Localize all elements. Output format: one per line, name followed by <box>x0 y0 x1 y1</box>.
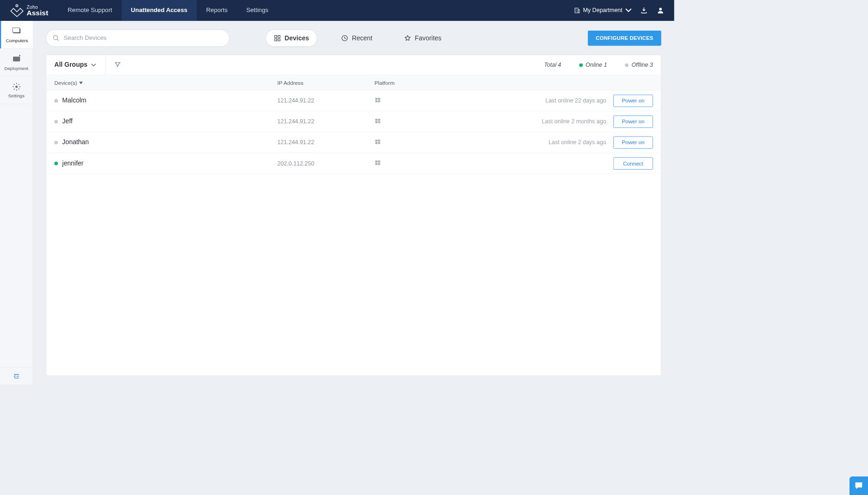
device-platform <box>375 139 447 146</box>
svg-rect-26 <box>375 140 377 141</box>
stat-online: Online 1 <box>579 62 607 68</box>
svg-rect-25 <box>378 121 380 123</box>
status-dot <box>54 99 58 102</box>
svg-rect-22 <box>375 119 377 121</box>
device-ip: 121.244.91.22 <box>277 118 375 125</box>
star-icon <box>404 35 411 42</box>
device-platform <box>375 159 447 167</box>
device-name: Malcolm <box>54 97 277 104</box>
sidebar-item-settings[interactable]: Settings <box>0 76 33 104</box>
device-action: Connect <box>613 157 653 169</box>
svg-point-10 <box>15 86 18 88</box>
nav-unattended-access[interactable]: Unattended Access <box>121 0 196 21</box>
svg-rect-31 <box>378 160 380 162</box>
svg-rect-15 <box>275 39 277 41</box>
chat-widget[interactable] <box>849 476 868 495</box>
table-row[interactable]: Jonathan 121.244.91.22 Last online 2 day… <box>46 132 661 153</box>
table-header: Device(s) IP Address Platform <box>46 75 661 90</box>
chevron-down-icon <box>91 63 96 68</box>
download-button[interactable] <box>640 6 648 15</box>
svg-rect-29 <box>378 142 380 144</box>
clock-icon <box>341 35 348 42</box>
device-ip: 202.0.112.250 <box>277 160 375 166</box>
search-box <box>46 30 229 47</box>
filter-button[interactable] <box>106 61 129 69</box>
tab-favorites[interactable]: Favorites <box>396 30 449 47</box>
svg-rect-24 <box>375 121 377 123</box>
table-body: Malcolm 121.244.91.22 Last online 22 day… <box>46 90 661 174</box>
chat-icon <box>854 481 864 491</box>
device-action: Power on <box>613 115 653 127</box>
top-nav: Zoho Assist Remote Support Unattended Ac… <box>0 0 674 21</box>
status-dot <box>54 120 58 123</box>
svg-point-11 <box>53 36 57 40</box>
windows-icon <box>375 159 381 166</box>
logo-brand-bottom: Assist <box>26 9 48 17</box>
assist-logo-icon <box>10 4 24 18</box>
svg-rect-9 <box>13 57 20 61</box>
svg-rect-8 <box>13 28 19 32</box>
svg-rect-30 <box>375 160 377 162</box>
svg-rect-23 <box>378 119 380 121</box>
stat-offline: Offline 3 <box>625 62 653 68</box>
toolbar: Devices Recent Favorites CONFIGURE DEVIC… <box>46 30 661 47</box>
status-dot <box>54 140 58 144</box>
power-on-button[interactable]: Power on <box>613 136 653 148</box>
gear-icon <box>12 82 21 91</box>
windows-icon <box>375 139 381 145</box>
tab-label: Favorites <box>415 34 442 42</box>
department-dropdown[interactable]: My Department <box>574 7 632 14</box>
tab-devices[interactable]: Devices <box>265 30 317 47</box>
device-last-online: Last online 22 days ago <box>447 97 613 104</box>
svg-rect-21 <box>378 101 380 102</box>
chevron-down-icon <box>625 7 632 14</box>
stat-total: Total 4 <box>544 62 561 68</box>
table-row[interactable]: Jeff 121.244.91.22 Last online 2 months … <box>46 111 661 132</box>
windows-icon <box>375 118 381 124</box>
table-row[interactable]: jennifer 202.0.112.250 Connect <box>46 153 661 174</box>
grid-icon <box>274 35 281 42</box>
main: Devices Recent Favorites CONFIGURE DEVIC… <box>33 21 674 384</box>
configure-devices-button[interactable]: CONFIGURE DEVICES <box>588 31 661 46</box>
collapse-sidebar-button[interactable] <box>0 367 33 384</box>
sidebar-item-computers[interactable]: Computers <box>0 21 33 49</box>
svg-rect-1 <box>575 8 578 13</box>
groups-dropdown[interactable]: All Groups <box>54 55 106 75</box>
device-name: Jonathan <box>54 139 277 146</box>
tab-recent[interactable]: Recent <box>333 30 380 47</box>
power-on-button[interactable]: Power on <box>613 95 653 107</box>
sort-icon <box>79 81 83 84</box>
power-on-button[interactable]: Power on <box>613 115 653 127</box>
device-platform <box>375 118 447 125</box>
tab-label: Devices <box>284 34 309 42</box>
nav-links: Remote Support Unattended Access Reports… <box>58 0 278 21</box>
tab-label: Recent <box>352 34 372 42</box>
svg-rect-2 <box>578 10 579 13</box>
logo[interactable]: Zoho Assist <box>0 0 58 21</box>
device-name: Jeff <box>54 118 277 125</box>
deployment-icon <box>12 54 21 63</box>
nav-settings[interactable]: Settings <box>237 0 277 21</box>
col-ip: IP Address <box>277 80 375 86</box>
connect-button[interactable]: Connect <box>613 157 653 169</box>
filter-icon <box>114 61 121 68</box>
device-ip: 121.244.91.22 <box>277 139 375 146</box>
nav-reports[interactable]: Reports <box>197 0 237 21</box>
device-ip: 121.244.91.22 <box>277 97 375 104</box>
col-devices[interactable]: Device(s) <box>54 80 277 86</box>
user-menu[interactable] <box>656 6 665 15</box>
search-icon <box>52 35 60 42</box>
svg-rect-27 <box>378 140 380 141</box>
search-input[interactable] <box>46 30 229 47</box>
collapse-icon <box>13 372 20 380</box>
svg-rect-32 <box>375 163 377 165</box>
device-platform <box>375 97 447 104</box>
device-name: jennifer <box>54 159 277 167</box>
nav-remote-support[interactable]: Remote Support <box>58 0 122 21</box>
sidebar-item-deployment[interactable]: Deployment <box>0 49 33 76</box>
table-row[interactable]: Malcolm 121.244.91.22 Last online 22 day… <box>46 90 661 111</box>
svg-point-0 <box>16 5 18 6</box>
device-panel: All Groups Total 4 Online 1 Offline 3 De… <box>46 55 661 376</box>
svg-rect-14 <box>278 36 280 38</box>
device-last-online: Last online 2 months ago <box>447 118 613 125</box>
